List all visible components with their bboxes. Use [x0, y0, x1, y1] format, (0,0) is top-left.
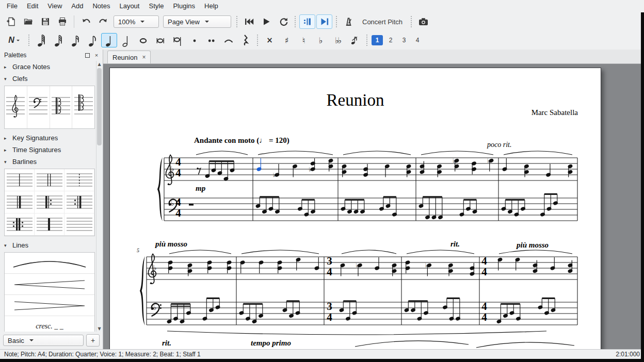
- barline-dashed-cell[interactable]: [65, 169, 94, 191]
- loop-playback-button[interactable]: [275, 14, 291, 29]
- pan-playback-toggle[interactable]: [316, 14, 332, 29]
- palette-section-grace-notes[interactable]: ▸ Grace Notes: [0, 61, 96, 73]
- flat-button[interactable]: ♭: [313, 33, 329, 47]
- palette-section-lines[interactable]: ▾ Lines: [0, 239, 96, 251]
- voice-3-button[interactable]: 3: [398, 35, 410, 45]
- close-panel-icon[interactable]: ×: [93, 52, 100, 59]
- double-dot-button[interactable]: [203, 33, 219, 47]
- zoom-select[interactable]: 100%: [114, 15, 159, 28]
- rit-text[interactable]: rit.: [450, 240, 460, 249]
- menu-layout[interactable]: Layout: [115, 0, 144, 12]
- duration-eighth-button[interactable]: [84, 33, 100, 47]
- line-decrescendo-cell[interactable]: [5, 295, 94, 316]
- workspace-select[interactable]: Basic: [3, 335, 84, 346]
- menu-edit[interactable]: Edit: [22, 0, 43, 12]
- duration-16th-button[interactable]: [67, 33, 83, 47]
- image-capture-button[interactable]: [415, 14, 431, 29]
- rest-button[interactable]: [237, 33, 253, 47]
- time-signature-4-4-treble[interactable]: 44: [174, 157, 183, 178]
- duration-breve-button[interactable]: [152, 33, 168, 47]
- time-signature-4-4-mid-treble[interactable]: 44: [480, 256, 489, 277]
- time-signature-4-4-bass[interactable]: 44: [174, 197, 183, 219]
- metronome-toggle[interactable]: [341, 14, 357, 29]
- barline-normal-cell[interactable]: [5, 169, 35, 191]
- menu-notes[interactable]: Notes: [88, 0, 115, 12]
- tie-button[interactable]: [220, 33, 236, 47]
- system-2[interactable]: ♭♭♭♭: [138, 250, 582, 348]
- double-flat-button[interactable]: ♭♭: [330, 33, 346, 47]
- scrollbar-thumb[interactable]: [97, 68, 102, 145]
- system-3-partial[interactable]: [352, 334, 579, 349]
- palette-section-key-signatures[interactable]: ▸ Key Signatures: [0, 132, 96, 144]
- view-mode-select[interactable]: Page View: [163, 15, 231, 28]
- tempo-primo-text[interactable]: tempo primo: [251, 339, 291, 348]
- palette-section-time-signatures[interactable]: ▸ Time Signatures: [0, 144, 96, 156]
- tab-close-icon[interactable]: ×: [142, 54, 146, 61]
- menu-help[interactable]: Help: [200, 0, 223, 12]
- undo-button[interactable]: [78, 14, 94, 29]
- menu-add[interactable]: Add: [67, 0, 88, 12]
- clef-alto-cell[interactable]: [50, 86, 73, 128]
- note-input-mode-button[interactable]: N: [3, 33, 25, 47]
- menu-plugins[interactable]: Plugins: [168, 0, 200, 12]
- voice-1-button[interactable]: 1: [372, 35, 383, 45]
- print-button[interactable]: [54, 14, 70, 29]
- barline-start-repeat-cell[interactable]: [35, 191, 65, 213]
- flip-direction-button[interactable]: [347, 33, 363, 47]
- play-button[interactable]: [258, 14, 274, 29]
- mp-dynamic[interactable]: mp: [196, 184, 205, 193]
- system-1[interactable]: ♭♭♭♭♭♭: [154, 151, 582, 233]
- open-button[interactable]: [20, 14, 36, 29]
- duration-longa-button[interactable]: [169, 33, 185, 47]
- duration-quarter-button[interactable]: [101, 33, 117, 47]
- save-button[interactable]: [37, 14, 53, 29]
- duration-32nd-button[interactable]: [50, 33, 66, 47]
- rewind-button[interactable]: [241, 14, 257, 29]
- duration-half-button[interactable]: [118, 33, 134, 47]
- line-slur-cell[interactable]: [5, 253, 94, 274]
- time-signature-3-4-treble[interactable]: 34: [325, 256, 334, 277]
- float-panel-icon[interactable]: [84, 52, 91, 59]
- score-title[interactable]: Reunion: [110, 91, 601, 110]
- line-crescendo-cell[interactable]: [5, 274, 94, 295]
- redo-button[interactable]: [95, 14, 111, 29]
- clef-tenor-cell[interactable]: [72, 86, 94, 128]
- time-signature-4-4-mid-bass[interactable]: 44: [480, 301, 489, 323]
- line-crescendo-text-cell[interactable]: cresc. _ _: [5, 316, 94, 332]
- add-workspace-button[interactable]: +: [86, 334, 100, 347]
- rit-2-text[interactable]: rit.: [162, 339, 171, 348]
- clef-bass-cell[interactable]: [27, 86, 50, 128]
- time-signature-3-4-bass[interactable]: 34: [325, 301, 334, 323]
- poco-rit-text[interactable]: poco rit.: [487, 141, 511, 149]
- palette-section-barlines[interactable]: ▾ Barlines: [0, 156, 96, 168]
- piu-mosso-text[interactable]: più mosso: [155, 240, 187, 249]
- augmentation-dot-button[interactable]: [186, 33, 202, 47]
- tempo-text[interactable]: Andante con moto (♩ = 120): [194, 136, 289, 145]
- voice-2-button[interactable]: 2: [385, 35, 396, 45]
- tab-reunion[interactable]: Reunion ×: [107, 51, 151, 63]
- natural-button[interactable]: ♮: [296, 33, 312, 47]
- barline-double-cell[interactable]: [35, 169, 65, 191]
- scroll-up-icon[interactable]: ▲: [96, 61, 102, 67]
- barline-heavy-cell[interactable]: [35, 213, 65, 236]
- menu-view[interactable]: View: [43, 0, 67, 12]
- duration-64th-button[interactable]: [33, 33, 49, 47]
- menu-file[interactable]: File: [2, 0, 22, 12]
- score-canvas[interactable]: Reunion Marc Sabatella Andante con moto …: [103, 64, 641, 349]
- barline-end-repeat-cell[interactable]: [65, 191, 94, 213]
- menu-style[interactable]: Style: [144, 0, 168, 12]
- play-repeats-toggle[interactable]: [299, 14, 315, 29]
- clef-treble-cell[interactable]: [5, 86, 27, 128]
- palette-section-clefs[interactable]: ▾ Clefs: [0, 73, 96, 85]
- voice-4-button[interactable]: 4: [412, 35, 423, 45]
- double-sharp-button[interactable]: ×: [262, 33, 278, 47]
- barline-final-cell[interactable]: [5, 191, 35, 213]
- barline-end-start-repeat-cell[interactable]: [5, 213, 35, 236]
- score-page[interactable]: Reunion Marc Sabatella Andante con moto …: [109, 68, 601, 349]
- score-composer[interactable]: Marc Sabatella: [532, 108, 578, 117]
- concert-pitch-button[interactable]: Concert Pitch: [357, 15, 408, 28]
- scroll-down-icon[interactable]: ▼: [96, 325, 102, 332]
- new-score-button[interactable]: [3, 14, 19, 29]
- duration-whole-button[interactable]: [135, 33, 151, 47]
- piu-mosso-2-text[interactable]: più mosso: [517, 241, 549, 250]
